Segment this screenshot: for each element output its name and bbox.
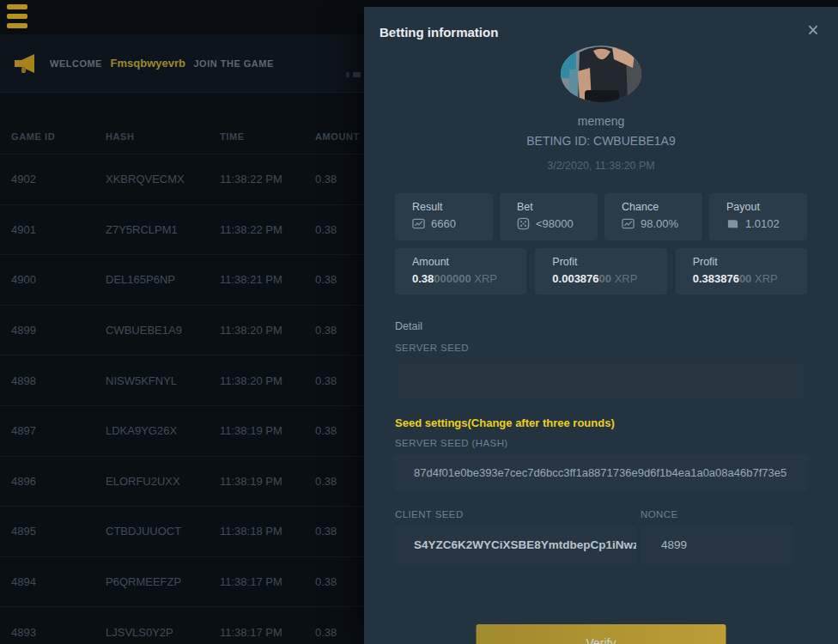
stat-card-payout: Payout1.0102 <box>709 193 807 240</box>
client-seed-label: CLIENT SEED <box>395 509 464 519</box>
stat-value: <98000 <box>536 217 574 230</box>
cell-time: 11:38:18 PM <box>220 525 315 538</box>
cell-hash: ELORFU2UXX <box>106 475 220 488</box>
clipped-tab-fragment <box>346 72 361 77</box>
seed-settings-title: Seed settings(Change after three rounds) <box>395 416 615 429</box>
cell-time: 11:38:22 PM <box>220 173 315 185</box>
stat-value: 98.00% <box>641 217 678 230</box>
amount-cards-row: Amount0.38000000 XRPProfit0.00387600 XRP… <box>395 248 807 295</box>
welcome-prefix: WELCOME <box>50 58 102 69</box>
stat-value: 6660 <box>431 217 456 230</box>
cell-game-id: 4901 <box>11 223 106 236</box>
betting-id: BETING ID: CWBUEBE1A9 <box>364 134 838 148</box>
amount-label: Amount <box>412 256 519 268</box>
amount-label: Profit <box>693 256 800 268</box>
amount-value: 0.38000000 XRP <box>412 272 519 285</box>
stat-label: Bet <box>517 201 591 213</box>
cell-time: 11:38:20 PM <box>220 374 315 387</box>
cell-time: 11:38:17 PM <box>220 575 315 588</box>
cell-time: 11:38:19 PM <box>220 424 315 437</box>
verify-button[interactable]: Verify <box>477 624 726 644</box>
cell-time: 11:38:17 PM <box>220 626 315 639</box>
cell-time: 11:38:20 PM <box>220 324 315 337</box>
welcome-username: Fmsqbwyevrb <box>111 57 185 70</box>
app-screen: WELCOME Fmsqbwyevrb JOIN THE GAME GAME I… <box>0 0 838 644</box>
welcome-message: WELCOME Fmsqbwyevrb JOIN THE GAME <box>50 57 274 70</box>
cell-game-id: 4896 <box>11 475 106 488</box>
cell-hash: LDKA9YG26X <box>106 424 220 437</box>
cell-time: 11:38:22 PM <box>220 223 315 236</box>
amount-card-profit: Profit0.38387600 XRP <box>676 248 807 295</box>
amount-card-profit: Profit0.00387600 XRP <box>535 248 666 295</box>
betting-information-modal: Betting information × memeng BETING ID: … <box>364 7 838 644</box>
cell-hash: CWBUEBE1A9 <box>106 324 220 337</box>
client-seed-field[interactable]: S4YZC6K2WYCiXSBE8YmtdbepCp1iNwz <box>395 526 636 564</box>
cell-hash: DEL165P6NP <box>106 273 220 286</box>
cell-game-id: 4894 <box>11 575 106 588</box>
graph-check-icon <box>622 217 635 230</box>
close-icon[interactable]: × <box>802 19 824 41</box>
server-seed-hash-label: SERVER SEED (HASH) <box>395 438 508 448</box>
dice-icon <box>517 217 530 230</box>
avatar <box>561 46 641 102</box>
payout-icon <box>726 217 739 230</box>
col-game-id: GAME ID <box>11 131 106 142</box>
welcome-suffix: JOIN THE GAME <box>194 58 274 69</box>
cell-game-id: 4900 <box>11 273 106 286</box>
graph-check-icon <box>412 217 425 230</box>
cell-game-id: 4897 <box>11 424 106 437</box>
cell-time: 11:38:21 PM <box>220 273 315 286</box>
cell-game-id: 4899 <box>11 324 106 337</box>
cell-hash: Z7Y5RCLPM1 <box>106 223 220 236</box>
cell-hash: LJSVLS0Y2P <box>106 626 220 639</box>
modal-title: Betting information <box>380 25 498 39</box>
cell-game-id: 4895 <box>11 525 106 538</box>
stat-card-result: Result6660 <box>395 193 493 240</box>
cell-game-id: 4893 <box>11 626 106 639</box>
cell-hash: CTBDJUUOCT <box>106 525 220 538</box>
stat-card-chance: Chance98.00% <box>604 193 702 240</box>
megaphone-icon <box>14 53 37 74</box>
server-seed-hash-field[interactable]: 87d4f01e0be393e7cec7d6bcc3ff1a8871736e9d… <box>395 455 807 491</box>
col-hash: HASH <box>106 131 220 142</box>
cell-hash: P6QRMEEFZP <box>106 575 220 588</box>
cell-hash: XKBRQVECMX <box>106 173 220 185</box>
server-seed-input[interactable] <box>395 359 807 399</box>
col-time: TIME <box>220 131 315 142</box>
detail-label: Detail <box>395 320 422 332</box>
stat-value: 1.0102 <box>745 217 780 230</box>
amount-value: 0.00387600 XRP <box>552 272 659 285</box>
amount-value: 0.38387600 XRP <box>693 272 800 285</box>
cell-hash: NISW5KFNYL <box>106 374 220 387</box>
user-name: memeng <box>364 114 838 128</box>
server-seed-label: SERVER SEED <box>395 343 469 353</box>
amount-card-amount: Amount0.38000000 XRP <box>395 248 526 295</box>
stat-card-bet: Bet<98000 <box>500 193 598 240</box>
menu-icon[interactable] <box>7 4 29 28</box>
cell-time: 11:38:19 PM <box>220 475 315 488</box>
nonce-field[interactable]: 4899 <box>641 526 793 564</box>
amount-label: Profit <box>552 256 659 268</box>
bet-timestamp: 3/2/2020, 11:38:20 PM <box>364 160 838 172</box>
stat-label: Payout <box>726 201 800 213</box>
cell-game-id: 4898 <box>11 374 106 387</box>
stat-label: Result <box>412 201 486 213</box>
cell-game-id: 4902 <box>11 173 106 185</box>
nonce-label: NONCE <box>641 509 678 519</box>
stat-cards-row: Result6660Bet<98000Chance98.00%Payout1.0… <box>395 193 807 240</box>
stat-label: Chance <box>622 201 695 213</box>
